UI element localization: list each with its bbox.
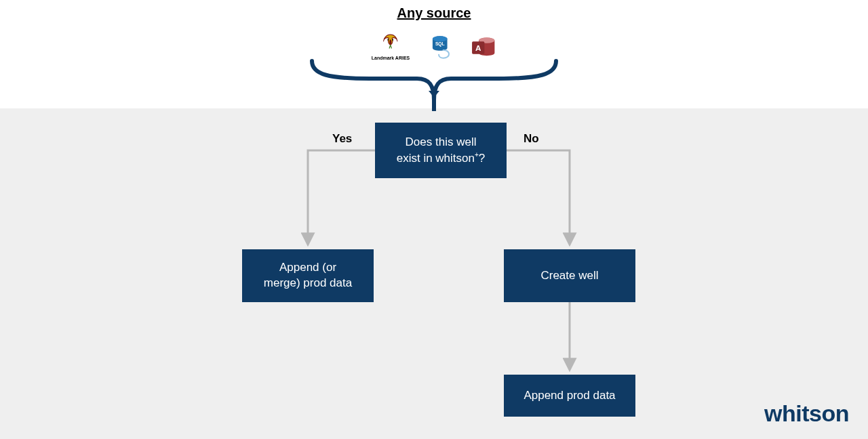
svg-point-0 <box>388 39 389 41</box>
sql-database-icon: SQL <box>426 33 453 60</box>
append-prod-node: Append prod data <box>504 375 635 417</box>
branch-label-yes: Yes <box>332 132 352 146</box>
branch-label-no: No <box>524 132 539 146</box>
svg-point-3 <box>432 36 447 41</box>
decision-line2-post: ? <box>479 151 485 164</box>
diagram-title: Any source <box>0 5 868 21</box>
source-sql: SQL <box>426 33 453 60</box>
decision-node: Does this well exist in whitson+? <box>375 123 507 178</box>
svg-text:A: A <box>475 43 481 52</box>
source-icons-row: Landmark ARIES SQL A <box>372 31 497 60</box>
aries-ram-icon <box>379 31 402 54</box>
source-access: A <box>469 36 496 60</box>
svg-text:SQL: SQL <box>435 41 444 47</box>
curly-brace-icon <box>302 58 566 112</box>
decision-line2-pre: exist in whitson <box>397 151 475 164</box>
svg-point-1 <box>392 39 393 41</box>
ms-access-icon: A <box>469 36 496 60</box>
append-merge-l1: Append (or <box>279 261 336 274</box>
whitson-brand-logo: whitson <box>764 400 849 427</box>
decision-line1: Does this well <box>406 135 477 148</box>
append-merge-node: Append (or merge) prod data <box>242 249 374 302</box>
source-aries: Landmark ARIES <box>372 31 410 60</box>
create-well-node: Create well <box>504 249 635 302</box>
append-merge-l2: merge) prod data <box>264 276 352 289</box>
